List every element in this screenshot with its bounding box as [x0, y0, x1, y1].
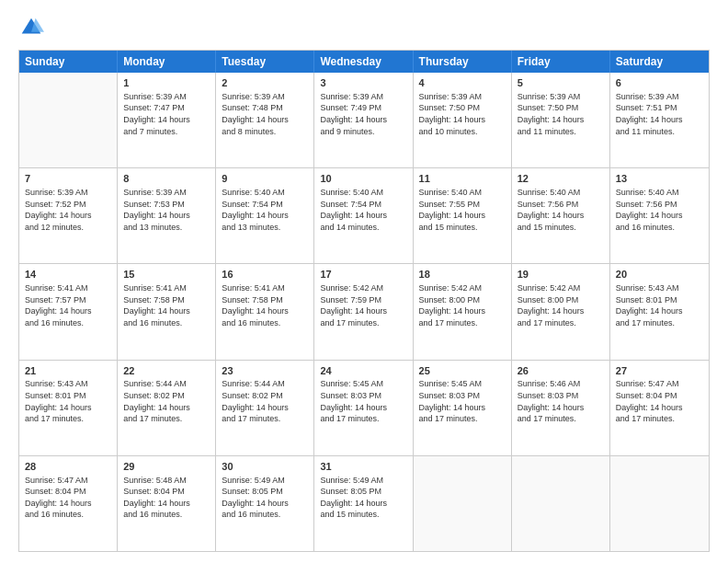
calendar-cell: 18Sunrise: 5:42 AM Sunset: 8:00 PM Dayli…	[414, 264, 512, 359]
calendar-cell: 28Sunrise: 5:47 AM Sunset: 8:04 PM Dayli…	[19, 456, 118, 551]
cell-sun-info: Sunrise: 5:46 AM Sunset: 8:03 PM Dayligh…	[518, 378, 604, 424]
cell-sun-info: Sunrise: 5:42 AM Sunset: 7:59 PM Dayligh…	[320, 282, 406, 328]
cell-sun-info: Sunrise: 5:39 AM Sunset: 7:50 PM Dayligh…	[518, 91, 604, 137]
cell-sun-info: Sunrise: 5:39 AM Sunset: 7:49 PM Dayligh…	[320, 91, 406, 137]
logo-icon	[18, 15, 44, 40]
calendar-row: 28Sunrise: 5:47 AM Sunset: 8:04 PM Dayli…	[19, 455, 709, 551]
calendar-cell: 27Sunrise: 5:47 AM Sunset: 8:04 PM Dayli…	[610, 361, 709, 455]
calendar-cell: 31Sunrise: 5:49 AM Sunset: 8:05 PM Dayli…	[314, 456, 413, 551]
calendar-row: 14Sunrise: 5:41 AM Sunset: 7:57 PM Dayli…	[19, 263, 709, 359]
day-number: 5	[518, 76, 604, 90]
weekday-header: Saturday	[610, 51, 709, 73]
cell-sun-info: Sunrise: 5:39 AM Sunset: 7:48 PM Dayligh…	[222, 91, 308, 137]
calendar-cell	[610, 456, 709, 551]
day-number: 9	[222, 172, 308, 186]
cell-sun-info: Sunrise: 5:40 AM Sunset: 7:56 PM Dayligh…	[616, 187, 703, 233]
calendar-cell: 13Sunrise: 5:40 AM Sunset: 7:56 PM Dayli…	[610, 168, 709, 263]
calendar-cell: 15Sunrise: 5:41 AM Sunset: 7:58 PM Dayli…	[118, 264, 216, 359]
day-number: 31	[320, 460, 406, 474]
cell-sun-info: Sunrise: 5:41 AM Sunset: 7:58 PM Dayligh…	[222, 282, 308, 328]
weekday-header: Thursday	[414, 51, 512, 73]
weekday-header: Tuesday	[216, 51, 314, 73]
calendar-cell: 30Sunrise: 5:49 AM Sunset: 8:05 PM Dayli…	[216, 456, 314, 551]
calendar-cell: 8Sunrise: 5:39 AM Sunset: 7:53 PM Daylig…	[118, 168, 216, 263]
calendar-cell: 19Sunrise: 5:42 AM Sunset: 8:00 PM Dayli…	[512, 264, 610, 359]
calendar-cell: 6Sunrise: 5:39 AM Sunset: 7:51 PM Daylig…	[610, 73, 709, 167]
cell-sun-info: Sunrise: 5:39 AM Sunset: 7:47 PM Dayligh…	[123, 91, 210, 137]
day-number: 20	[616, 268, 703, 282]
weekday-header: Wednesday	[314, 51, 413, 73]
cell-sun-info: Sunrise: 5:41 AM Sunset: 7:57 PM Dayligh…	[25, 282, 111, 328]
cell-sun-info: Sunrise: 5:43 AM Sunset: 8:01 PM Dayligh…	[25, 378, 111, 424]
cell-sun-info: Sunrise: 5:44 AM Sunset: 8:02 PM Dayligh…	[222, 378, 308, 424]
day-number: 12	[518, 172, 604, 186]
calendar-cell: 17Sunrise: 5:42 AM Sunset: 7:59 PM Dayli…	[314, 264, 413, 359]
day-number: 7	[25, 172, 111, 186]
calendar-cell: 1Sunrise: 5:39 AM Sunset: 7:47 PM Daylig…	[118, 73, 216, 167]
calendar-row: 7Sunrise: 5:39 AM Sunset: 7:52 PM Daylig…	[19, 167, 709, 263]
cell-sun-info: Sunrise: 5:39 AM Sunset: 7:52 PM Dayligh…	[25, 187, 111, 233]
day-number: 15	[123, 268, 210, 282]
day-number: 6	[616, 76, 703, 90]
cell-sun-info: Sunrise: 5:40 AM Sunset: 7:55 PM Dayligh…	[419, 187, 506, 233]
cell-sun-info: Sunrise: 5:47 AM Sunset: 8:04 PM Dayligh…	[25, 475, 111, 521]
logo	[18, 15, 48, 40]
day-number: 16	[222, 268, 308, 282]
day-number: 19	[518, 268, 604, 282]
calendar-cell: 20Sunrise: 5:43 AM Sunset: 8:01 PM Dayli…	[610, 264, 709, 359]
calendar-cell: 5Sunrise: 5:39 AM Sunset: 7:50 PM Daylig…	[512, 73, 610, 167]
day-number: 24	[320, 364, 406, 378]
calendar-cell: 23Sunrise: 5:44 AM Sunset: 8:02 PM Dayli…	[216, 361, 314, 455]
calendar-cell: 12Sunrise: 5:40 AM Sunset: 7:56 PM Dayli…	[512, 168, 610, 263]
calendar-cell: 29Sunrise: 5:48 AM Sunset: 8:04 PM Dayli…	[118, 456, 216, 551]
day-number: 8	[123, 172, 210, 186]
calendar: SundayMondayTuesdayWednesdayThursdayFrid…	[18, 50, 710, 552]
calendar-cell: 7Sunrise: 5:39 AM Sunset: 7:52 PM Daylig…	[19, 168, 118, 263]
calendar-row: 21Sunrise: 5:43 AM Sunset: 8:01 PM Dayli…	[19, 360, 709, 455]
day-number: 11	[419, 172, 506, 186]
cell-sun-info: Sunrise: 5:43 AM Sunset: 8:01 PM Dayligh…	[616, 282, 703, 328]
cell-sun-info: Sunrise: 5:41 AM Sunset: 7:58 PM Dayligh…	[123, 282, 210, 328]
day-number: 21	[25, 364, 111, 378]
cell-sun-info: Sunrise: 5:40 AM Sunset: 7:54 PM Dayligh…	[222, 187, 308, 233]
calendar-cell: 3Sunrise: 5:39 AM Sunset: 7:49 PM Daylig…	[314, 73, 413, 167]
calendar-body: 1Sunrise: 5:39 AM Sunset: 7:47 PM Daylig…	[19, 73, 709, 551]
calendar-row: 1Sunrise: 5:39 AM Sunset: 7:47 PM Daylig…	[19, 73, 709, 167]
day-number: 10	[320, 172, 406, 186]
day-number: 3	[320, 76, 406, 90]
day-number: 23	[222, 364, 308, 378]
cell-sun-info: Sunrise: 5:40 AM Sunset: 7:56 PM Dayligh…	[518, 187, 604, 233]
calendar-cell: 22Sunrise: 5:44 AM Sunset: 8:02 PM Dayli…	[118, 361, 216, 455]
cell-sun-info: Sunrise: 5:42 AM Sunset: 8:00 PM Dayligh…	[518, 282, 604, 328]
calendar-cell: 11Sunrise: 5:40 AM Sunset: 7:55 PM Dayli…	[414, 168, 512, 263]
day-number: 27	[616, 364, 703, 378]
day-number: 25	[419, 364, 506, 378]
day-number: 26	[518, 364, 604, 378]
cell-sun-info: Sunrise: 5:47 AM Sunset: 8:04 PM Dayligh…	[616, 378, 703, 424]
weekday-header: Sunday	[19, 51, 118, 73]
day-number: 29	[123, 460, 210, 474]
weekday-header: Friday	[512, 51, 610, 73]
calendar-cell: 9Sunrise: 5:40 AM Sunset: 7:54 PM Daylig…	[216, 168, 314, 263]
cell-sun-info: Sunrise: 5:42 AM Sunset: 8:00 PM Dayligh…	[419, 282, 506, 328]
calendar-cell: 24Sunrise: 5:45 AM Sunset: 8:03 PM Dayli…	[314, 361, 413, 455]
calendar-cell: 26Sunrise: 5:46 AM Sunset: 8:03 PM Dayli…	[512, 361, 610, 455]
day-number: 2	[222, 76, 308, 90]
cell-sun-info: Sunrise: 5:39 AM Sunset: 7:53 PM Dayligh…	[123, 187, 210, 233]
cell-sun-info: Sunrise: 5:44 AM Sunset: 8:02 PM Dayligh…	[123, 378, 210, 424]
calendar-cell: 4Sunrise: 5:39 AM Sunset: 7:50 PM Daylig…	[414, 73, 512, 167]
day-number: 4	[419, 76, 506, 90]
calendar-cell: 16Sunrise: 5:41 AM Sunset: 7:58 PM Dayli…	[216, 264, 314, 359]
calendar-cell	[512, 456, 610, 551]
calendar-cell	[414, 456, 512, 551]
cell-sun-info: Sunrise: 5:49 AM Sunset: 8:05 PM Dayligh…	[320, 475, 406, 521]
header	[18, 15, 710, 40]
cell-sun-info: Sunrise: 5:49 AM Sunset: 8:05 PM Dayligh…	[222, 475, 308, 521]
day-number: 30	[222, 460, 308, 474]
day-number: 22	[123, 364, 210, 378]
day-number: 18	[419, 268, 506, 282]
cell-sun-info: Sunrise: 5:45 AM Sunset: 8:03 PM Dayligh…	[419, 378, 506, 424]
day-number: 28	[25, 460, 111, 474]
calendar-cell: 14Sunrise: 5:41 AM Sunset: 7:57 PM Dayli…	[19, 264, 118, 359]
cell-sun-info: Sunrise: 5:48 AM Sunset: 8:04 PM Dayligh…	[123, 475, 210, 521]
